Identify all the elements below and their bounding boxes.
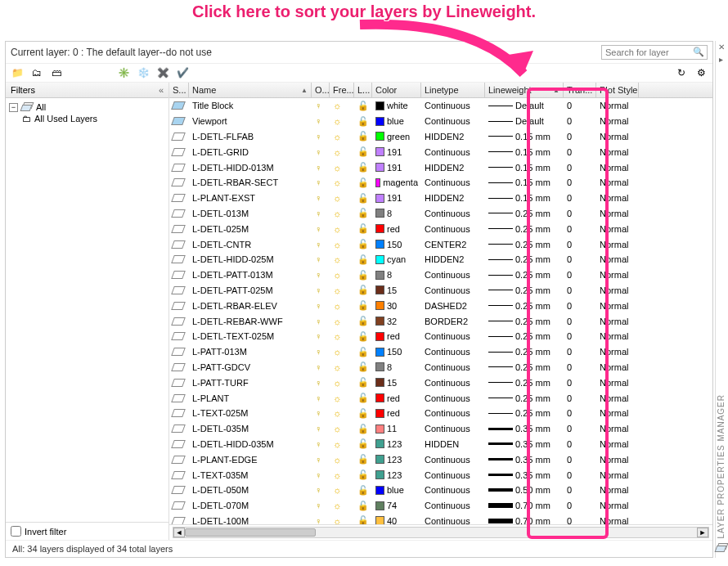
layer-lineweight[interactable]: 0.25 mm: [485, 362, 564, 372]
table-row[interactable]: L-DETL-HIDD-035M♀☼🔓123HIDDEN0.35 mm0Norm…: [169, 437, 712, 452]
layer-name[interactable]: L-DETL-013M: [189, 209, 312, 218]
layer-linetype[interactable]: Continuous: [421, 177, 485, 187]
layer-name[interactable]: L-DETL-GRID: [189, 147, 312, 157]
layer-lineweight[interactable]: 0.25 mm: [485, 270, 564, 280]
invert-filter-input[interactable]: [11, 526, 21, 537]
layer-name[interactable]: Title Block: [189, 101, 312, 110]
layer-states-icon[interactable]: 🗃: [50, 66, 63, 79]
lock-icon[interactable]: 🔓: [357, 208, 369, 218]
layer-lineweight[interactable]: 0.35 mm: [485, 439, 564, 449]
col-linetype[interactable]: Linetype: [421, 83, 485, 97]
lock-icon[interactable]: 🔓: [357, 300, 369, 311]
table-row[interactable]: L-DETL-TEXT-025M♀☼🔓redContinuous0.25 mm0…: [169, 329, 712, 344]
layer-plotstyle[interactable]: Normal: [596, 378, 639, 388]
table-row[interactable]: L-TEXT-025M♀☼🔓redContinuous0.25 mm0Norma…: [169, 406, 712, 421]
bulb-icon[interactable]: ♀: [315, 378, 321, 388]
layer-transparency[interactable]: 0: [564, 393, 596, 403]
lock-icon[interactable]: 🔓: [357, 424, 369, 434]
layer-color[interactable]: red: [372, 408, 421, 418]
tree-expand-icon[interactable]: −: [9, 103, 18, 112]
lock-icon[interactable]: 🔓: [357, 162, 369, 173]
layer-name[interactable]: L-DETL-PATT-025M: [189, 285, 312, 295]
layer-name[interactable]: Viewport: [189, 116, 312, 126]
lock-icon[interactable]: 🔓: [357, 393, 369, 403]
filter-new-icon[interactable]: 📁: [11, 66, 24, 79]
tree-item-used[interactable]: 🗀 All Used Layers: [22, 113, 165, 124]
layer-color[interactable]: 74: [372, 501, 421, 510]
invert-filter-checkbox[interactable]: Invert filter: [11, 526, 164, 537]
layer-plotstyle[interactable]: Normal: [596, 516, 639, 524]
layer-transparency[interactable]: 0: [564, 254, 596, 264]
layer-lineweight[interactable]: 0.25 mm: [485, 301, 564, 311]
layer-name[interactable]: L-DETL-PATT-013M: [189, 270, 312, 280]
layer-name[interactable]: L-DETL-REBAR-WWF: [189, 317, 312, 326]
scroll-right-icon[interactable]: ►: [697, 528, 708, 537]
table-row[interactable]: Viewport♀☼🔓blueContinuousDefault0Normal: [169, 114, 712, 129]
sun-icon[interactable]: ☼: [333, 240, 341, 249]
table-row[interactable]: L-DETL-RBAR-ELEV♀☼🔓30DASHED20.25 mm0Norm…: [169, 298, 712, 313]
bulb-icon[interactable]: ♀: [315, 470, 321, 480]
sun-icon[interactable]: ☼: [333, 317, 341, 326]
bulb-icon[interactable]: ♀: [315, 116, 321, 126]
sun-icon[interactable]: ☼: [333, 378, 341, 388]
layer-plotstyle[interactable]: Normal: [596, 317, 639, 326]
scroll-left-icon[interactable]: ◄: [173, 528, 185, 537]
bulb-icon[interactable]: ♀: [315, 101, 321, 110]
layer-transparency[interactable]: 0: [564, 362, 596, 372]
layer-name[interactable]: L-DETL-025M: [189, 224, 312, 234]
layer-transparency[interactable]: 0: [564, 301, 596, 311]
lock-icon[interactable]: 🔓: [357, 347, 369, 357]
layer-plotstyle[interactable]: Normal: [596, 193, 639, 203]
settings-icon[interactable]: ⚙: [694, 66, 708, 79]
layer-plotstyle[interactable]: Normal: [596, 331, 639, 341]
layer-color[interactable]: 123: [372, 455, 421, 465]
table-row[interactable]: L-TEXT-035M♀☼🔓123Continuous0.35 mm0Norma…: [169, 467, 712, 483]
layer-color[interactable]: 15: [372, 285, 421, 295]
layer-color[interactable]: 30: [372, 301, 421, 311]
lock-icon[interactable]: 🔓: [357, 454, 369, 465]
bulb-icon[interactable]: ♀: [315, 177, 321, 187]
table-row[interactable]: L-DETL-050M♀☼🔓blueContinuous0.50 mm0Norm…: [169, 483, 712, 498]
table-row[interactable]: L-DETL-FLFAB♀☼🔓greenHIDDEN20.15 mm0Norma…: [169, 129, 712, 145]
layer-color[interactable]: red: [372, 331, 421, 341]
layer-new-icon[interactable]: ✳️: [117, 66, 130, 79]
layer-current-icon[interactable]: ✔️: [176, 66, 189, 79]
sun-icon[interactable]: ☼: [333, 470, 341, 480]
layer-lineweight[interactable]: 0.35 mm: [485, 424, 564, 433]
layer-plotstyle[interactable]: Normal: [596, 147, 639, 157]
pin-icon[interactable]: ▸: [719, 55, 723, 64]
layer-linetype[interactable]: Continuous: [421, 501, 485, 510]
layer-linetype[interactable]: Continuous: [421, 347, 485, 357]
layer-plotstyle[interactable]: Normal: [596, 501, 639, 510]
col-on[interactable]: O...: [312, 83, 330, 97]
layer-color[interactable]: 150: [372, 240, 421, 249]
table-row[interactable]: L-DETL-100M♀☼🔓40Continuous0.70 mm0Normal: [169, 514, 712, 524]
layer-transparency[interactable]: 0: [564, 177, 596, 187]
sun-icon[interactable]: ☼: [333, 393, 341, 403]
sun-icon[interactable]: ☼: [333, 347, 341, 357]
table-row[interactable]: L-DETL-REBAR-WWF♀☼🔓32BORDER20.25 mm0Norm…: [169, 313, 712, 329]
bulb-icon[interactable]: ♀: [315, 362, 321, 372]
layer-linetype[interactable]: Continuous: [421, 147, 485, 157]
search-input[interactable]: [601, 45, 708, 60]
sun-icon[interactable]: ☼: [333, 285, 341, 295]
bulb-icon[interactable]: ♀: [315, 317, 321, 326]
layer-lineweight[interactable]: 0.25 mm: [485, 331, 564, 341]
layer-plotstyle[interactable]: Normal: [596, 116, 639, 126]
layer-plotstyle[interactable]: Normal: [596, 439, 639, 449]
table-row[interactable]: L-PATT-GDCV♀☼🔓8Continuous0.25 mm0Normal: [169, 360, 712, 375]
lock-icon[interactable]: 🔓: [357, 285, 369, 295]
layer-transparency[interactable]: 0: [564, 347, 596, 357]
layer-lineweight[interactable]: 0.25 mm: [485, 224, 564, 234]
layer-plotstyle[interactable]: Normal: [596, 163, 639, 173]
table-row[interactable]: L-PLANT-EDGE♀☼🔓123Continuous0.35 mm0Norm…: [169, 451, 712, 467]
lock-icon[interactable]: 🔓: [357, 515, 369, 524]
layer-transparency[interactable]: 0: [564, 163, 596, 173]
scroll-thumb[interactable]: [185, 528, 316, 537]
sun-icon[interactable]: ☼: [333, 209, 341, 218]
sun-icon[interactable]: ☼: [333, 132, 341, 142]
layer-lineweight[interactable]: 0.35 mm: [485, 470, 564, 480]
layer-plotstyle[interactable]: Normal: [596, 424, 639, 433]
bulb-icon[interactable]: ♀: [315, 455, 321, 465]
layer-transparency[interactable]: 0: [564, 132, 596, 142]
